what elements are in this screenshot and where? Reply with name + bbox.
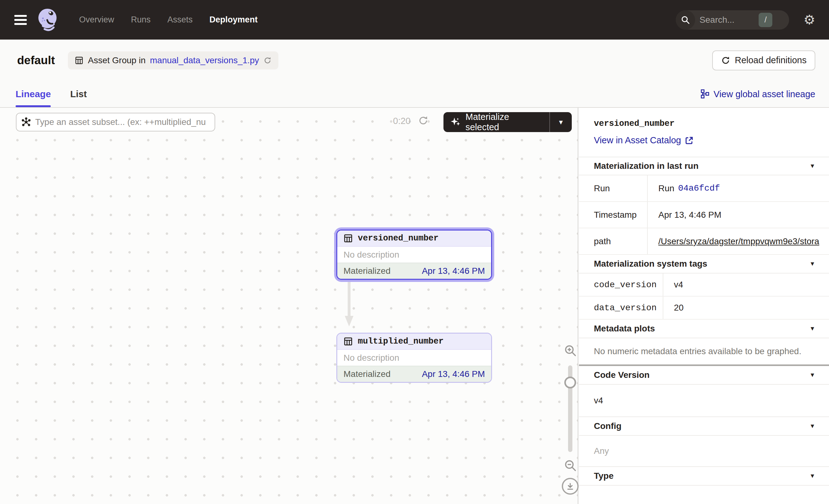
- asset-node-timestamp[interactable]: Apr 13, 4:46 PM: [422, 266, 485, 276]
- view-in-asset-catalog-label: View in Asset Catalog: [594, 135, 681, 145]
- asset-node-description: No description: [337, 247, 491, 262]
- zoom-out-icon[interactable]: [563, 459, 577, 472]
- view-in-asset-catalog-link[interactable]: View in Asset Catalog: [594, 135, 814, 145]
- hamburger-menu-icon[interactable]: [14, 15, 27, 25]
- top-nav: Overview Runs Assets Deployment / ⚙: [0, 0, 829, 40]
- graph-refresh-icon[interactable]: [418, 115, 429, 126]
- lineage-graph-icon: [700, 89, 709, 99]
- section-materialization-system-tags[interactable]: Materialization system tags▼: [579, 255, 829, 274]
- config-value: Any: [579, 436, 829, 467]
- asset-group-grid-icon: [75, 56, 83, 65]
- materialize-selected-label: Materialize selected: [466, 112, 542, 132]
- search-input[interactable]: [699, 15, 759, 25]
- table-row-path: path /Users/sryza/dagster/tmppvqwm9e3/st…: [579, 228, 829, 255]
- asset-node-description: No description: [337, 350, 491, 366]
- reload-icon: [721, 56, 730, 65]
- main-content: 0:20 Materialize selected ▾: [0, 108, 829, 504]
- section-code-version[interactable]: Code Version▼: [579, 366, 829, 385]
- nav-item-assets[interactable]: Assets: [168, 15, 193, 25]
- panel-asset-name: versioned_number: [594, 119, 814, 128]
- asset-node-status: Materialized: [344, 369, 391, 379]
- tab-list[interactable]: List: [70, 81, 86, 107]
- asset-group-file-link[interactable]: manual_data_versions_1.py: [150, 56, 259, 65]
- view-global-asset-lineage-link[interactable]: View global asset lineage: [700, 89, 815, 99]
- materialize-dropdown-caret[interactable]: ▾: [549, 112, 572, 132]
- section-type[interactable]: Type▼: [579, 467, 829, 485]
- refresh-countdown: 0:20: [393, 116, 410, 126]
- chevron-down-icon: ▼: [809, 423, 815, 430]
- path-link[interactable]: /Users/sryza/dagster/tmppvqwm9e3/stora: [658, 237, 819, 246]
- settings-gear-icon[interactable]: ⚙: [803, 13, 815, 27]
- asset-node-timestamp[interactable]: Apr 13, 4:46 PM: [422, 369, 485, 379]
- last-run-table: Run Run04a6fcdf Timestamp Apr 13, 4:46 P…: [579, 175, 829, 255]
- chevron-down-icon: ▼: [809, 472, 815, 479]
- section-materialization-in-last-run[interactable]: Materialization in last run▼: [579, 157, 829, 175]
- asset-subset-input[interactable]: [35, 117, 210, 127]
- materialize-selected-button[interactable]: Materialize selected ▾: [443, 112, 572, 132]
- asset-node-multiplied-number[interactable]: multiplied_number No description Materia…: [336, 333, 492, 383]
- tab-lineage[interactable]: Lineage: [15, 81, 51, 107]
- table-row-timestamp: Timestamp Apr 13, 4:46 PM: [579, 202, 829, 228]
- lineage-edge: [345, 281, 354, 326]
- page-title: default: [17, 54, 55, 67]
- zoom-slider-handle[interactable]: [564, 376, 576, 389]
- run-id-link[interactable]: 04a6fcdf: [678, 183, 720, 193]
- sparkle-icon: [450, 116, 461, 128]
- table-icon: [344, 337, 353, 346]
- table-icon: [344, 233, 353, 243]
- page-header: default Asset Group in manual_data_versi…: [0, 40, 829, 81]
- chevron-down-icon: ▼: [809, 163, 815, 170]
- nav-item-runs[interactable]: Runs: [131, 15, 151, 25]
- external-link-icon: [685, 136, 693, 145]
- asset-group-badge: Asset Group in manual_data_versions_1.py: [68, 51, 278, 69]
- asset-subset-icon: [22, 117, 31, 127]
- zoom-in-icon[interactable]: [563, 344, 577, 357]
- asset-group-label: Asset Group in: [88, 56, 145, 65]
- section-metadata-plots[interactable]: Metadata plots▼: [579, 320, 829, 338]
- nav-item-overview[interactable]: Overview: [79, 15, 114, 25]
- dagster-logo[interactable]: [35, 6, 62, 33]
- chevron-down-icon: ▼: [809, 372, 815, 379]
- metadata-plots-empty-note: No numeric metadata entries available to…: [579, 338, 829, 364]
- table-row-data-version: data_version 20: [579, 296, 829, 320]
- asset-node-status: Materialized: [344, 266, 391, 276]
- asset-node-name: versioned_number: [358, 233, 438, 243]
- table-row-run: Run Run04a6fcdf: [579, 175, 829, 202]
- table-row-code-version: code_version v4: [579, 274, 829, 296]
- code-version-value: v4: [579, 385, 829, 417]
- tabs-row: Lineage List View global asset lineage: [0, 81, 829, 108]
- nav-item-deployment[interactable]: Deployment: [210, 15, 258, 25]
- asset-node-name: multiplied_number: [358, 337, 443, 346]
- asset-subset-filter[interactable]: [16, 113, 215, 132]
- download-graph-button[interactable]: [562, 478, 579, 495]
- chevron-down-icon: ▼: [809, 260, 815, 267]
- chevron-down-icon: ▼: [809, 325, 815, 332]
- reload-definitions-button[interactable]: Reload definitions: [712, 50, 815, 70]
- reload-definitions-label: Reload definitions: [735, 55, 806, 65]
- asset-node-versioned-number[interactable]: versioned_number No description Material…: [336, 229, 492, 280]
- run-prefix: Run: [658, 183, 674, 193]
- nav-links: Overview Runs Assets Deployment: [79, 15, 257, 25]
- system-tags-table: code_version v4 data_version 20: [579, 274, 829, 320]
- asset-details-panel: versioned_number View in Asset Catalog M…: [579, 108, 829, 504]
- search-shortcut-badge: /: [759, 13, 772, 27]
- view-global-asset-lineage-label: View global asset lineage: [714, 89, 815, 99]
- search-icon: [676, 10, 695, 30]
- global-search[interactable]: /: [676, 10, 789, 30]
- lineage-graph-canvas[interactable]: 0:20 Materialize selected ▾: [0, 108, 578, 504]
- section-config[interactable]: Config▼: [579, 417, 829, 436]
- badge-refresh-icon[interactable]: [263, 57, 272, 65]
